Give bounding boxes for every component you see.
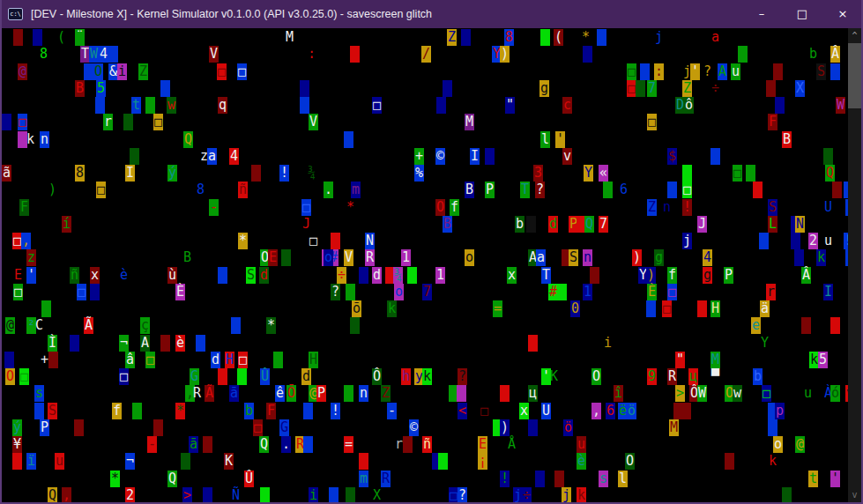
- glitch-cell: [759, 233, 769, 249]
- glitch-cell: G: [190, 368, 199, 385]
- glitch-cell: w: [167, 97, 176, 114]
- glitch-cell: u: [823, 233, 833, 249]
- glitch-cell: K: [549, 368, 559, 385]
- glitch-cell: M: [710, 352, 720, 368]
- glitch-cell: □: [627, 63, 636, 80]
- glitch-cell: [145, 97, 155, 114]
- glitch-cell: 0: [570, 300, 580, 317]
- glitch-cell: [331, 233, 340, 249]
- glitch-cell: O: [5, 368, 15, 385]
- glitch-cell: 6: [606, 403, 615, 419]
- glitch-cell: ц: [688, 368, 698, 385]
- glitch-cell: -: [209, 199, 219, 216]
- glitch-cell: k: [577, 487, 586, 502]
- glitch-cell: □: [237, 63, 247, 80]
- glitch-cell: t: [808, 471, 818, 487]
- glitch-cell: [13, 29, 23, 46]
- glitch-cell: [33, 29, 42, 46]
- glitch-cell: o: [394, 284, 404, 300]
- glitch-cell: [160, 335, 170, 352]
- glitch-cell: □: [253, 419, 263, 436]
- glitch-cell: ): [500, 46, 510, 63]
- glitch-cell: l: [618, 471, 628, 487]
- glitch-cell: Q: [825, 165, 835, 182]
- glitch-cell: M: [285, 29, 294, 46]
- glitch-cell: □: [733, 165, 742, 182]
- glitch-cell: 7: [647, 80, 657, 97]
- glitch-cell: b: [808, 46, 818, 63]
- scrollbar-thumb[interactable]: [848, 43, 861, 108]
- glitch-cell: *: [266, 317, 276, 334]
- glitch-cell: â: [125, 352, 135, 368]
- glitch-cell: [196, 335, 205, 352]
- glitch-cell: S: [768, 199, 777, 216]
- glitch-cell: [41, 300, 51, 317]
- glitch-cell: O: [591, 368, 601, 385]
- glitch-cell: k: [816, 249, 826, 266]
- glitch-cell: □: [238, 352, 248, 368]
- glitch-cell: R: [667, 368, 677, 385]
- maximize-button[interactable]: □: [782, 0, 822, 28]
- glitch-cell: [153, 419, 163, 436]
- glitch-cell: □: [480, 403, 489, 419]
- scrollbar[interactable]: ^ v: [848, 28, 861, 502]
- glitch-cell: ©: [435, 148, 445, 165]
- glitch-cell: j: [682, 233, 692, 249]
- glitch-cell: m: [359, 471, 368, 487]
- glitch-cell: E: [478, 436, 487, 453]
- glitch-cell: L: [768, 216, 777, 233]
- glitch-cell: □: [18, 114, 27, 130]
- glitch-cell: 9: [647, 368, 657, 385]
- glitch-cell: 8: [196, 182, 205, 198]
- glitch-cell: 4: [229, 148, 239, 165]
- glitch-cell: a: [710, 29, 720, 46]
- glitch-cell: 3: [533, 165, 543, 182]
- glitch-cell: ä: [760, 300, 770, 317]
- glitch-cell: E: [13, 267, 23, 284]
- glitch-cell: V: [209, 46, 219, 63]
- glitch-cell: W: [697, 385, 707, 402]
- glitch-cell: ': [830, 471, 840, 487]
- glitch-cell: è: [175, 335, 185, 352]
- glitch-cell: @: [5, 317, 15, 334]
- glitch-cell: B: [443, 216, 452, 233]
- glitch-cell: !: [279, 165, 289, 182]
- glitch-cell: ÷: [522, 487, 532, 502]
- glitch-cell: :: [307, 46, 316, 63]
- glitch-cell: <: [458, 403, 467, 419]
- glitch-cell: x: [90, 267, 100, 284]
- glitch-cell: [123, 114, 133, 130]
- close-button[interactable]: ×: [822, 0, 863, 28]
- glitch-cell: [438, 453, 448, 470]
- glitch-cell: ?: [331, 284, 340, 300]
- glitch-cell: E: [268, 249, 278, 266]
- glitch-cell: [300, 80, 309, 97]
- glitch-cell: *: [346, 199, 355, 216]
- glitch-cell: [590, 267, 599, 284]
- titlebar[interactable]: c:\ [DEV - Milestone X] - Kernel Simulat…: [0, 0, 863, 28]
- glitch-cell: Â: [801, 267, 811, 284]
- glitch-cell: «: [599, 165, 608, 182]
- glitch-cell: @: [18, 63, 27, 80]
- glitch-cell: b: [244, 403, 254, 419]
- glitch-cell: b: [515, 216, 524, 233]
- glitch-cell: □: [682, 182, 692, 198]
- glitch-cell: [646, 300, 656, 317]
- glitch-cell: [583, 46, 592, 63]
- glitch-cell: □: [96, 182, 106, 198]
- glitch-cell: ā: [189, 436, 198, 453]
- glitch-cell: .: [324, 182, 333, 198]
- glitch-cell: [273, 352, 283, 368]
- scroll-down-button[interactable]: v: [848, 488, 861, 501]
- glitch-cell: u: [731, 63, 740, 80]
- glitch-cell: g: [703, 267, 712, 284]
- minimize-button[interactable]: –: [741, 0, 782, 28]
- scroll-up-button[interactable]: ^: [848, 29, 861, 42]
- glitch-cell: [554, 471, 564, 487]
- glitch-cell: [773, 63, 783, 80]
- glitch-cell: Ñ: [231, 487, 241, 502]
- glitch-cell: ý: [167, 165, 177, 182]
- app-window: c:\ [DEV - Milestone X] - Kernel Simulat…: [0, 0, 863, 504]
- glitch-cell: [823, 148, 833, 165]
- glitch-cell: d: [372, 267, 382, 284]
